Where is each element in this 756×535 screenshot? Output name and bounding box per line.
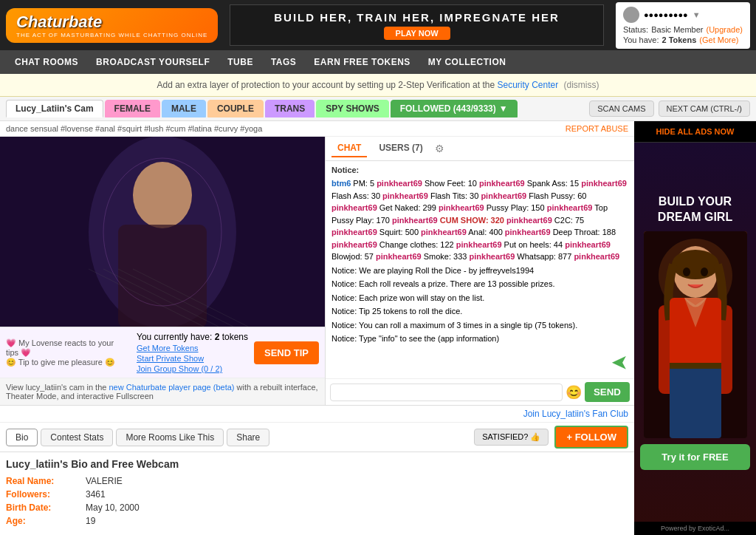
security-center-link[interactable]: Security Center — [497, 80, 558, 90]
tab-female[interactable]: FEMALE — [105, 100, 160, 117]
chat-msg-2: Notice: Each roll reveals a prize. There… — [331, 278, 628, 290]
followers-label: Followers: — [6, 489, 80, 500]
bio-birth-row: Birth Date: May 10, 2000 — [6, 502, 628, 513]
emoji-button[interactable]: 😊 — [566, 384, 582, 401]
nav-earn-tokens[interactable]: EARN FREE TOKENS — [305, 50, 419, 74]
svg-point-13 — [672, 250, 719, 279]
bio-followers-row: Followers: 3461 — [6, 489, 628, 500]
chat-msg-4: Notice: Tip 25 tokens to roll the dice. — [331, 305, 628, 318]
followers-value: 3461 — [86, 489, 106, 500]
tip-info: 💗 My Lovense reacts to your tips 💗 😊 Tip… — [6, 338, 128, 367]
send-tip-button[interactable]: SEND TIP — [254, 341, 319, 364]
tokens-value: 2 Tokens — [662, 35, 696, 44]
chat-messages: Notice: btm6 PM: 5 pinkheart69 Show Feet… — [326, 161, 634, 348]
svg-rect-17 — [670, 364, 721, 438]
chat-notice-label: Notice: — [331, 166, 628, 174]
send-message-button[interactable]: SEND — [585, 382, 630, 402]
tab-spy[interactable]: SPY SHOWS — [316, 100, 388, 117]
real-name-label: Real Name: — [6, 476, 80, 486]
powered-by: Powered by ExoticAd... — [634, 522, 756, 535]
username: ●●●●●●●●● — [644, 10, 688, 19]
header-banner[interactable]: BUILD HER, TRAIN HER, IMPREGNATE HER PLA… — [230, 4, 604, 46]
svg-rect-18 — [670, 363, 721, 369]
real-name-value: VALERIE — [86, 476, 123, 486]
fan-club-link[interactable]: Join Lucy_latiin's Fan Club — [523, 409, 628, 419]
scan-cams-button[interactable]: SCAN CAMS — [589, 100, 653, 117]
satisfied-button[interactable]: SATISFIED? 👍 — [474, 429, 549, 446]
tab-chat[interactable]: CHAT — [331, 140, 367, 157]
banner-title: BUILD HER, TRAIN HER, IMPREGNATE HER — [274, 11, 560, 24]
header-user-info: ●●●●●●●●● ▼ Status: Basic Member (Upgrad… — [616, 2, 750, 49]
bio-content: Lucy_latiin's Bio and Free Webcam Real N… — [0, 452, 634, 535]
security-text: Add an extra layer of protection to your… — [157, 80, 495, 90]
svg-point-2 — [133, 162, 192, 228]
down-arrow-icon: ➤ — [611, 351, 628, 375]
chat-input-row: 😊 SEND — [326, 378, 634, 405]
tab-trans[interactable]: TRANS — [265, 100, 315, 117]
bio-actions: SATISFIED? 👍 + FOLLOW — [474, 426, 628, 449]
chat-msg-3: Notice: Each prize won will stay on the … — [331, 292, 628, 304]
bio-tab-more-rooms[interactable]: More Rooms Like This — [116, 429, 224, 446]
get-more-link[interactable]: (Get More) — [699, 35, 738, 44]
header: Chaturbate THE ACT OF MASTURBATING WHILE… — [0, 0, 756, 50]
beta-link[interactable]: new Chaturbate player page (beta) — [109, 383, 234, 392]
get-more-tokens-link[interactable]: Get More Tokens — [137, 344, 248, 352]
chat-input[interactable] — [330, 384, 563, 401]
nav-tags[interactable]: TAGS — [262, 50, 305, 74]
ad-figure-svg — [644, 231, 747, 438]
bio-tab-bio[interactable]: Bio — [6, 429, 38, 446]
tab-male[interactable]: MALE — [162, 100, 206, 117]
dismiss-link[interactable]: (dismiss) — [564, 80, 599, 90]
ad-content: BUILD YOUR DREAM GIRL — [634, 143, 756, 522]
birth-value: May 10, 2000 — [86, 502, 140, 513]
tab-cam-title[interactable]: Lucy_Latiin's Cam — [6, 100, 103, 117]
chat-tab-bar: CHAT USERS (7) ⚙ — [326, 137, 634, 161]
video-chat-row: 💗 My Lovense reacts to your tips 💗 😊 Tip… — [0, 137, 634, 405]
svg-point-14 — [683, 268, 690, 276]
bio-tab-contest[interactable]: Contest Stats — [41, 429, 113, 446]
tab-users[interactable]: USERS (7) — [373, 140, 428, 157]
arrow-area: ➤ — [326, 348, 634, 378]
bio-tab-share[interactable]: Share — [227, 429, 269, 446]
left-panel: dance sensual #lovense #anal #squirt #lu… — [0, 121, 634, 535]
logo-text: Chaturbate — [16, 13, 207, 32]
join-group-link[interactable]: Join Group Show (0 / 2) — [137, 364, 248, 373]
age-value: 19 — [86, 516, 95, 526]
tokens-current: You currently have: 2 tokens — [137, 332, 248, 342]
tags-text: dance sensual #lovense #anal #squirt #lu… — [6, 124, 262, 133]
follow-button[interactable]: + FOLLOW — [554, 426, 628, 449]
status-label: Status: — [623, 25, 648, 34]
try-free-button[interactable]: Try it for FREE — [640, 444, 750, 470]
ad-image[interactable] — [644, 231, 747, 438]
chat-settings-icon[interactable]: ⚙ — [435, 143, 444, 154]
report-abuse-link[interactable]: REPORT ABUSE — [566, 124, 628, 133]
bio-title: Lucy_latiin's Bio and Free Webcam — [6, 458, 628, 470]
nav-collection[interactable]: MY COLLECTION — [419, 50, 515, 74]
next-cam-button[interactable]: NEXT CAM (CTRL-/) — [659, 100, 750, 117]
bio-tab-bar: Bio Contest Stats More Rooms Like This S… — [0, 423, 634, 452]
chat-msg-5: Notice: You can roll a maximum of 3 time… — [331, 319, 628, 332]
chat-panel: CHAT USERS (7) ⚙ Notice: btm6 PM: 5 pink… — [325, 137, 634, 405]
tokens-label: You have: — [623, 35, 659, 44]
right-ad-panel: HIDE ALL ADS NOW BUILD YOUR DREAM GIRL — [634, 121, 756, 535]
video-frame[interactable] — [0, 137, 325, 327]
nav-chat-rooms[interactable]: CHAT ROOMS — [6, 50, 87, 74]
video-svg — [0, 137, 325, 327]
tab-couple[interactable]: COUPLE — [207, 100, 264, 117]
avatar — [623, 7, 639, 23]
play-now-button[interactable]: PLAY NOW — [384, 27, 450, 40]
bottom-panel: Join Lucy_latiin's Fan Club Bio Contest … — [0, 405, 634, 535]
tag-bar: dance sensual #lovense #anal #squirt #lu… — [0, 121, 634, 137]
start-private-link[interactable]: Start Private Show — [137, 354, 248, 363]
nav-broadcast[interactable]: BROADCAST YOURSELF — [87, 50, 219, 74]
fan-club-row: Join Lucy_latiin's Fan Club — [0, 406, 634, 423]
ad-title: BUILD YOUR DREAM GIRL — [640, 194, 750, 225]
logo[interactable]: Chaturbate THE ACT OF MASTURBATING WHILE… — [6, 8, 218, 43]
nav-tube[interactable]: TUBE — [219, 50, 262, 74]
main-content: dance sensual #lovense #anal #squirt #lu… — [0, 121, 756, 535]
tab-followed[interactable]: FOLLOWED (443/9333) ▼ — [391, 100, 518, 117]
upgrade-link[interactable]: (Upgrade) — [706, 25, 743, 34]
member-info: Status: Basic Member (Upgrade) You have:… — [623, 25, 743, 44]
video-placeholder — [0, 137, 325, 327]
hide-ads-button[interactable]: HIDE ALL ADS NOW — [634, 121, 756, 143]
